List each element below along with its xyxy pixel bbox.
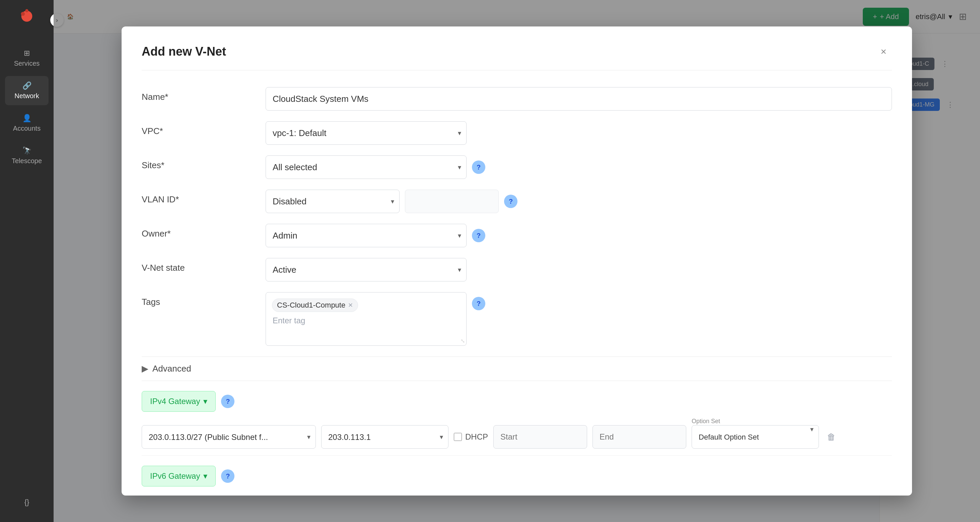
- sites-control: All selected ▾ ?: [266, 156, 892, 179]
- tag-placeholder: Enter tag: [270, 313, 461, 328]
- resize-handle: ⤡: [461, 338, 465, 344]
- dhcp-checkbox-label[interactable]: DHCP: [454, 432, 488, 442]
- tags-control: CS-Cloud1-Compute ✕ Enter tag ⤡ ?: [266, 292, 892, 346]
- sidebar-item-services-label: Services: [14, 60, 40, 67]
- svg-point-1: [21, 12, 25, 16]
- sidebar-item-services[interactable]: ⊞ Services: [5, 43, 49, 73]
- tag-chip-label: CS-Cloud1-Compute: [277, 301, 345, 310]
- owner-help-icon[interactable]: ?: [472, 229, 485, 242]
- vlan-input[interactable]: [405, 189, 499, 213]
- sites-label: Sites*: [142, 156, 256, 170]
- dhcp-label: DHCP: [465, 432, 488, 442]
- vlan-label: VLAN ID*: [142, 189, 256, 205]
- ipv6-gateway-arrow-icon: ▾: [203, 471, 207, 481]
- vnet-state-select[interactable]: Active: [266, 258, 466, 282]
- modal-close-button[interactable]: ×: [875, 43, 892, 60]
- ipv6-gateway-help-icon[interactable]: ?: [221, 469, 234, 483]
- dhcp-checkbox-input[interactable]: [454, 433, 462, 441]
- owner-select[interactable]: Admin: [266, 224, 466, 247]
- name-label: Name*: [142, 87, 256, 102]
- option-set-select[interactable]: Default Option Set: [692, 425, 819, 449]
- tags-input-area[interactable]: CS-Cloud1-Compute ✕ Enter tag ⤡: [266, 292, 466, 346]
- sidebar-item-network[interactable]: 🔗 Network: [5, 76, 49, 105]
- form-row-vpc: VPC* vpc-1: Default ▾: [142, 121, 892, 145]
- name-control: [266, 87, 892, 111]
- advanced-chevron-icon: ▶: [142, 363, 148, 374]
- network-icon: 🔗: [22, 81, 32, 90]
- vpc-select[interactable]: vpc-1: Default: [266, 121, 466, 145]
- sidebar-item-telescope[interactable]: 🔭 Telescope: [5, 141, 49, 170]
- users-icon: 👤: [22, 114, 32, 123]
- vpc-label: VPC*: [142, 121, 256, 136]
- main-area: 🏠 + + Add etris@All ▾ ⊞ Tags CS-Cloud1-C…: [54, 0, 980, 522]
- vnet-state-control: Active ▾: [266, 258, 892, 282]
- dhcp-end-input[interactable]: [592, 425, 686, 449]
- vlan-control: Disabled ▾ ?: [266, 189, 892, 213]
- form-row-vlan: VLAN ID* Disabled ▾ ?: [142, 189, 892, 213]
- form-row-name: Name*: [142, 87, 892, 111]
- vnet-state-label: V-Net state: [142, 258, 256, 273]
- sidebar-item-accounts-label: Accounts: [13, 125, 41, 132]
- gateway-ip-select[interactable]: 203.0.113.1: [321, 425, 449, 449]
- sidebar-item-accounts[interactable]: 👤 Accounts: [5, 108, 49, 138]
- ipv4-gateway-button[interactable]: IPv4 Gateway ▾: [142, 391, 216, 412]
- svg-point-2: [25, 9, 28, 12]
- ipv4-gateway-header: IPv4 Gateway ▾ ?: [142, 391, 892, 412]
- subnet-select[interactable]: 203.0.113.0/27 (Public Subnet f...: [142, 425, 316, 449]
- sidebar-item-telescope-label: Telescope: [12, 157, 42, 165]
- tags-label: Tags: [142, 292, 256, 307]
- form-row-vnet-state: V-Net state Active ▾: [142, 258, 892, 282]
- ipv6-gateway-header: IPv6 Gateway ▾ ?: [142, 466, 892, 487]
- ipv4-gateway-help-icon[interactable]: ?: [221, 395, 234, 408]
- brackets-icon: {}: [24, 498, 29, 506]
- form-row-sites: Sites* All selected ▾ ?: [142, 156, 892, 179]
- ipv6-gateway-button[interactable]: IPv6 Gateway ▾: [142, 466, 216, 487]
- ipv4-gateway-arrow-icon: ▾: [203, 397, 207, 406]
- delete-gateway-icon[interactable]: 🗑: [824, 429, 838, 445]
- ipv4-gateway-section: IPv4 Gateway ▾ ? 203.0.113.0/27 (Public …: [142, 391, 892, 456]
- ipv6-gateway-section: IPv6 Gateway ▾ ?: [142, 466, 892, 487]
- advanced-label: Advanced: [153, 363, 191, 374]
- modal-dialog: Add new V-Net × Name* VPC* vpc-1: De: [122, 27, 912, 495]
- telescope-icon: 🔭: [22, 146, 32, 155]
- vpc-control: vpc-1: Default ▾: [266, 121, 892, 145]
- ipv6-gateway-label: IPv6 Gateway: [150, 471, 200, 481]
- sidebar-item-brackets[interactable]: {}: [5, 493, 49, 512]
- owner-label: Owner*: [142, 224, 256, 239]
- ipv4-gateway-row: 203.0.113.0/27 (Public Subnet f... ▾ 203…: [142, 419, 892, 456]
- name-input[interactable]: [266, 87, 892, 111]
- sites-help-icon[interactable]: ?: [472, 161, 485, 174]
- modal-overlay: Add new V-Net × Name* VPC* vpc-1: De: [54, 0, 980, 522]
- modal-header: Add new V-Net ×: [142, 43, 892, 70]
- form-row-tags: Tags CS-Cloud1-Compute ✕ Enter tag ⤡ ?: [142, 292, 892, 346]
- modal-title: Add new V-Net: [142, 45, 226, 59]
- app-logo[interactable]: [13, 7, 40, 33]
- tag-chip-cs: CS-Cloud1-Compute ✕: [272, 299, 358, 312]
- sites-select[interactable]: All selected: [266, 156, 466, 179]
- vlan-row: Disabled ▾ ?: [266, 189, 517, 213]
- advanced-toggle[interactable]: ▶ Advanced: [142, 356, 892, 381]
- form-row-owner: Owner* Admin ▾ ?: [142, 224, 892, 247]
- dhcp-start-input[interactable]: [493, 425, 587, 449]
- vlan-select[interactable]: Disabled: [266, 189, 399, 213]
- tag-chip-remove[interactable]: ✕: [348, 302, 353, 309]
- sidebar-bottom: {}: [5, 493, 49, 512]
- grid-icon: ⊞: [24, 49, 30, 57]
- option-set-label: Option Set: [692, 418, 720, 425]
- sidebar: ⊞ Services 🔗 Network 👤 Accounts 🔭 Telesc…: [0, 0, 54, 522]
- vlan-help-icon[interactable]: ?: [504, 195, 517, 208]
- sidebar-item-network-label: Network: [14, 92, 39, 100]
- ipv4-gateway-label: IPv4 Gateway: [150, 397, 200, 406]
- owner-control: Admin ▾ ?: [266, 224, 892, 247]
- option-set-wrapper: Option Set Default Option Set ▾: [692, 425, 819, 449]
- close-icon: ×: [881, 46, 886, 57]
- tags-help-icon[interactable]: ?: [472, 297, 485, 310]
